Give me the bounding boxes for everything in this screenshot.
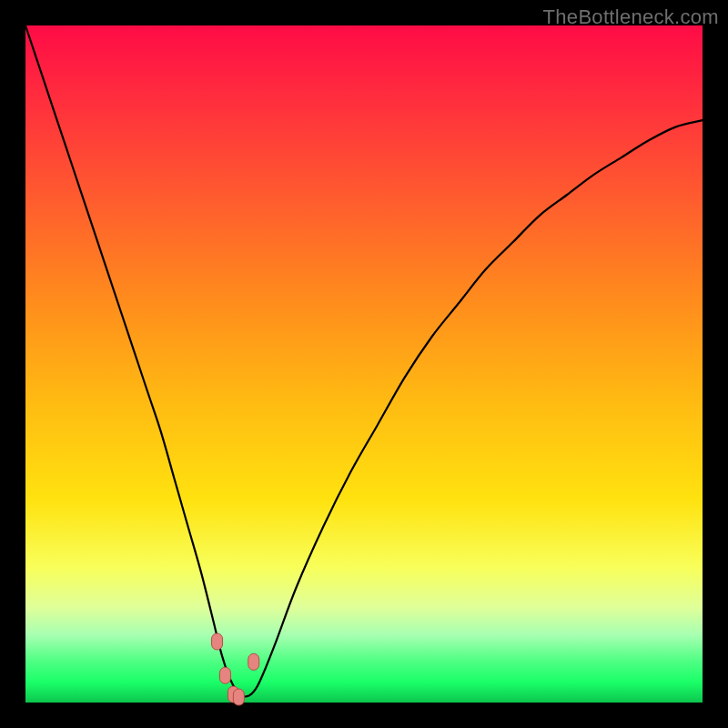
curve-marker [248, 653, 259, 670]
curve-marker [219, 667, 230, 683]
curve-marker [233, 689, 244, 705]
bottleneck-curve-plot [25, 25, 703, 703]
chart-panel [25, 25, 703, 703]
watermark-text: TheBottleneck.com [543, 5, 719, 29]
bottleneck-curve [25, 25, 703, 696]
curve-marker [212, 633, 223, 650]
